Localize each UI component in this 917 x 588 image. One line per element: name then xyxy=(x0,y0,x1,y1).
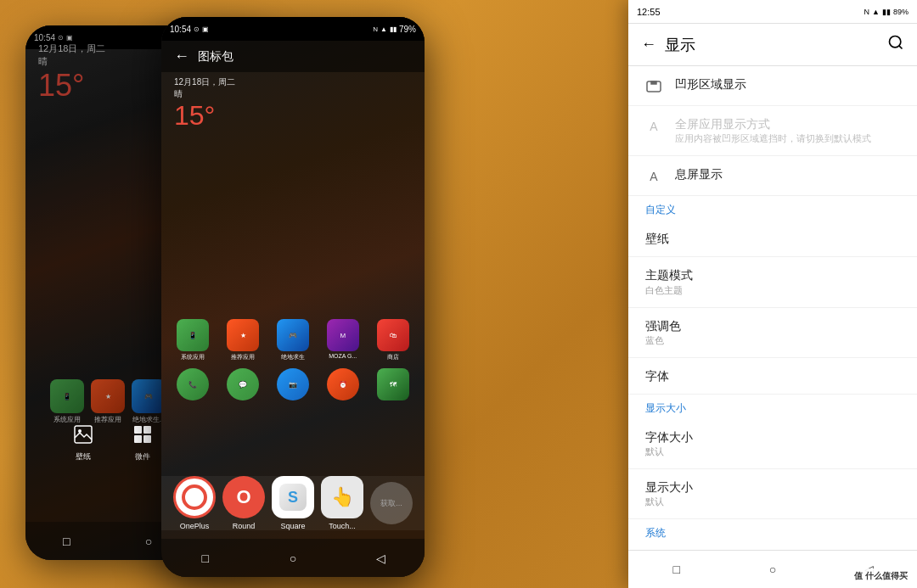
alarm-icon: ⊙ xyxy=(58,34,64,42)
fullscreen-subtitle: 应用内容被凹形区域遮挡时，请切换到默认模式 xyxy=(675,132,900,145)
settings-item-display-size[interactable]: 显示大小 默认 xyxy=(628,469,917,519)
icon-pack-touch[interactable]: 👆 Touch... xyxy=(321,476,363,530)
small-app-moza: M xyxy=(327,319,359,351)
icon-pack-oneplus[interactable]: OnePlus xyxy=(173,476,216,530)
app-center-shop[interactable]: 🛍 商店 xyxy=(377,319,409,361)
settings-title: 显示 xyxy=(665,35,879,55)
icon-pack-round[interactable]: O Round xyxy=(222,476,265,530)
settings-item-theme[interactable]: 主题模式 白色主题 xyxy=(628,257,917,307)
svg-rect-2 xyxy=(134,426,142,434)
phone-center-status-bar: 10:54 ⊙ ▣ N ▲ ▮▮ 79% xyxy=(161,17,425,41)
temp-left: 15° xyxy=(38,68,105,104)
clock-app[interactable]: ⏰ xyxy=(327,368,359,400)
app-center-game[interactable]: 🎮 绝地求生 xyxy=(277,319,309,361)
small-label-shop: 商店 xyxy=(387,353,399,361)
theme-title: 主题模式 xyxy=(645,267,900,283)
settings-status-bar: 12:55 N ▲ ▮▮ 89% xyxy=(628,0,917,24)
signal-icon-center: ▮▮ xyxy=(390,25,397,33)
menu-wallpaper[interactable]: 壁纸 xyxy=(70,422,96,462)
nfc-icon-center: N xyxy=(373,25,378,33)
app-center-rec[interactable]: ★ 推荐应用 xyxy=(227,319,259,361)
phone-app[interactable]: 📞 xyxy=(177,368,209,400)
small-app-game: 🎮 xyxy=(277,319,309,351)
settings-item-accent[interactable]: 强调色 蓝色 xyxy=(628,308,917,358)
settings-item-font-size[interactable]: 字体大小 默认 xyxy=(628,419,917,469)
fullscreen-icon: A xyxy=(645,118,662,135)
settings-item-font[interactable]: 字体 xyxy=(628,358,917,395)
squircle-icon: S xyxy=(272,476,314,518)
small-app-shop: 🛍 xyxy=(377,319,409,351)
section-size: 显示大小 xyxy=(628,395,917,419)
nav-back-center[interactable]: □ xyxy=(197,550,214,567)
search-icon-settings[interactable] xyxy=(887,34,904,55)
photo-icon-center: ▣ xyxy=(202,25,209,33)
wifi-icon-center: ▲ xyxy=(380,25,387,33)
get-label: 获取... xyxy=(380,498,402,509)
status-left: 10:54 ⊙ ▣ xyxy=(34,33,73,42)
msg-app[interactable]: 💬 xyxy=(227,368,259,400)
settings-back-arrow[interactable]: ← xyxy=(641,36,656,53)
ambient-content: 息屏显示 xyxy=(675,166,900,182)
weather-center: 晴 xyxy=(174,88,235,100)
image-icon xyxy=(70,422,96,447)
wallpaper-title: 壁纸 xyxy=(645,231,900,246)
app-center-sys[interactable]: 📱 系统应用 xyxy=(177,319,209,361)
round-label: Round xyxy=(233,522,256,530)
icon-pack-square[interactable]: S Square xyxy=(272,476,314,530)
settings-item-wallpaper[interactable]: 壁纸 xyxy=(628,221,917,257)
nav-home-left[interactable]: ○ xyxy=(140,533,157,550)
status-right-center: N ▲ ▮▮ 79% xyxy=(373,25,416,34)
nav-home-center[interactable]: ○ xyxy=(284,550,301,567)
small-label-rec: 推荐应用 xyxy=(231,353,255,361)
map-app[interactable]: 🗺 xyxy=(377,368,409,400)
grid-icon xyxy=(130,422,155,447)
date-widget-left: 12月18日，周二 晴 15° xyxy=(38,42,105,104)
notch-title: 凹形区域显示 xyxy=(675,76,900,92)
touch-label: Touch... xyxy=(329,522,356,530)
app-center-moza[interactable]: M MOZA G... xyxy=(327,319,359,361)
settings-panel: 12:55 N ▲ ▮▮ 89% ← 显示 凹形区域显示 xyxy=(628,0,917,588)
app-row-center-1: 📱 系统应用 ★ 推荐应用 🎮 绝地求生 M MOZA G... 🛍 xyxy=(168,319,418,361)
svg-rect-5 xyxy=(143,435,151,443)
svg-rect-4 xyxy=(134,435,142,443)
notch-icon xyxy=(645,78,662,95)
font-size-subtitle: 默认 xyxy=(645,445,900,458)
nav-back-left[interactable]: □ xyxy=(58,533,75,550)
settings-item-notch[interactable]: 凹形区域显示 xyxy=(628,66,917,106)
settings-nav-home[interactable]: ○ xyxy=(764,561,781,578)
nav-recent-center[interactable]: ◁ xyxy=(372,550,389,567)
font-title: 字体 xyxy=(645,368,900,384)
camera-app[interactable]: 📷 xyxy=(277,368,309,400)
display-size-title: 显示大小 xyxy=(645,479,900,495)
app-icon-sys: 📱 xyxy=(50,379,84,413)
status-left-center: 10:54 ⊙ ▣ xyxy=(170,25,209,34)
menu-wallpaper-label: 壁纸 xyxy=(76,451,91,462)
battery-center: 79% xyxy=(399,25,416,34)
app-icon-rec: ★ xyxy=(91,379,125,413)
settings-item-ambient[interactable]: A 息屏显示 xyxy=(628,156,917,196)
small-app-rec: ★ xyxy=(227,319,259,351)
icon-pack-get[interactable]: 获取... xyxy=(370,482,413,524)
settings-list: 凹形区域显示 A 全屏应用显示方式 应用内容被凹形区域遮挡时，请切换到默认模式 … xyxy=(628,66,917,586)
notch-content: 凹形区域显示 xyxy=(675,76,900,92)
oneplus-label: OnePlus xyxy=(180,522,210,530)
settings-nav-back[interactable]: □ xyxy=(668,561,685,578)
app-icon-game: 🎮 xyxy=(132,379,166,413)
small-label-game: 绝地求生 xyxy=(281,353,305,361)
settings-time: 12:55 xyxy=(637,7,661,17)
font-size-title: 字体大小 xyxy=(645,429,900,445)
accent-subtitle: 蓝色 xyxy=(645,334,900,347)
touch-icon: 👆 xyxy=(321,476,363,518)
settings-wifi: ▲ xyxy=(872,8,880,16)
settings-nfc: N xyxy=(864,8,870,16)
temp-center: 15° xyxy=(174,100,235,132)
screenshot-icon: ▣ xyxy=(66,34,73,42)
watermark: 值 什么值得买 xyxy=(849,568,913,584)
settings-header: ← 显示 xyxy=(628,24,917,66)
menu-widget[interactable]: 微件 xyxy=(130,422,155,462)
settings-item-fullscreen: A 全屏应用显示方式 应用内容被凹形区域遮挡时，请切换到默认模式 xyxy=(628,106,917,156)
back-arrow-center[interactable]: ← xyxy=(174,48,189,65)
theme-subtitle: 白色主题 xyxy=(645,284,900,297)
svg-rect-3 xyxy=(143,426,151,434)
center-date-widget: 12月18日，周二 晴 15° xyxy=(174,76,235,132)
